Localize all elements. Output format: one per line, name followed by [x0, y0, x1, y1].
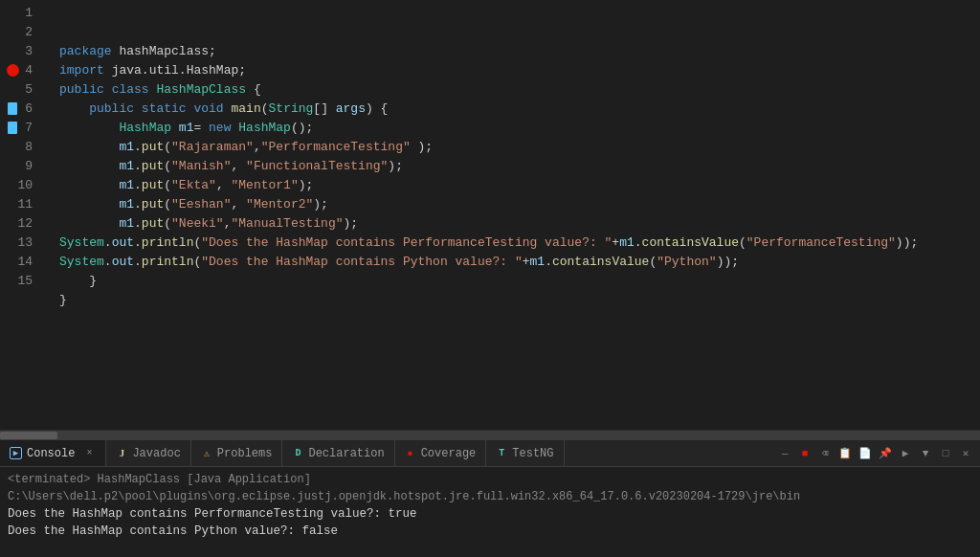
line-number-10: 10	[17, 176, 33, 195]
line-number-8: 8	[25, 138, 33, 157]
line-number-3: 3	[25, 42, 33, 61]
tab-coverage[interactable]: ■Coverage	[395, 440, 487, 466]
code-line-13: }	[59, 272, 980, 291]
line-gutter-1: 1	[6, 4, 42, 23]
javadoc-tab-label: Javadoc	[132, 447, 180, 460]
line-number-4: 4	[25, 61, 33, 80]
breakpoint-icon	[7, 64, 19, 77]
copy-button[interactable]: 📋	[836, 445, 854, 462]
code-line-4: public static void main(String[] args) {	[59, 100, 980, 119]
tab-testng[interactable]: TTestNG	[486, 440, 564, 466]
line-number-11: 11	[17, 195, 33, 214]
declaration-tab-label: Declaration	[308, 447, 384, 460]
bookmark-icon	[8, 122, 17, 134]
line-gutter-9: 9	[6, 157, 42, 176]
line-gutter-12: 12	[6, 214, 42, 234]
line-gutter-15: 15	[6, 272, 42, 291]
console-output-line-1: Does the HashMap contains Python value?:…	[8, 523, 972, 540]
minimize-button[interactable]: —	[776, 445, 793, 462]
line-numbers: 123456789101112131415	[0, 4, 52, 426]
line-gutter-13: 13	[6, 234, 42, 253]
code-line-3: public class HashMapClass {	[59, 80, 980, 100]
horizontal-scrollbar[interactable]	[0, 430, 980, 439]
console-area: <terminated> HashMapClass [Java Applicat…	[0, 466, 980, 557]
line-gutter-8: 8	[6, 138, 42, 157]
code-line-10: m1.put("Neeki","ManualTesting");	[59, 214, 980, 234]
console-tab-bar: ▶Console×JJavadoc⚠ProblemsDDeclaration■C…	[0, 439, 980, 466]
code-line-5: HashMap m1= new HashMap();	[59, 119, 980, 138]
stop-button[interactable]: ■	[796, 445, 813, 462]
testng-tab-icon: T	[496, 448, 507, 459]
line-gutter-2: 2	[6, 23, 42, 42]
code-line-7: m1.put("Manish", "FunctionalTesting");	[59, 157, 980, 176]
console-tab-close[interactable]: ×	[82, 447, 96, 460]
javadoc-tab-icon: J	[116, 448, 127, 459]
code-line-2: import java.util.HashMap;	[59, 61, 980, 80]
line-number-14: 14	[17, 253, 33, 272]
maximize-view-button[interactable]: □	[937, 445, 954, 462]
console-tab-icon: ▶	[10, 447, 22, 459]
line-number-6: 6	[25, 100, 33, 119]
settings-button[interactable]: ▼	[917, 445, 934, 462]
line-number-2: 2	[25, 23, 33, 42]
line-number-12: 12	[17, 214, 33, 234]
tab-declaration[interactable]: DDeclaration	[282, 440, 394, 466]
code-line-11: System.out.println("Does the HashMap con…	[59, 234, 980, 253]
line-number-15: 15	[17, 272, 33, 291]
line-gutter-10: 10	[6, 176, 42, 195]
console-tab-label: Console	[27, 447, 75, 460]
code-container[interactable]: 123456789101112131415 package hashMapcla…	[0, 0, 980, 430]
code-line-1: package hashMapclass;	[59, 42, 980, 61]
line-gutter-7: 7	[6, 119, 42, 138]
line-gutter-11: 11	[6, 195, 42, 214]
scrollbar-thumb[interactable]	[0, 432, 57, 439]
problems-tab-label: Problems	[217, 447, 273, 460]
coverage-tab-label: Coverage	[421, 447, 477, 460]
close-view-button[interactable]: ✕	[957, 445, 974, 462]
console-output: <terminated> HashMapClass [Java Applicat…	[0, 467, 980, 557]
line-number-7: 7	[25, 119, 33, 138]
testng-tab-label: TestNG	[512, 447, 553, 460]
line-number-5: 5	[25, 80, 33, 100]
code-line-8: m1.put("Ekta", "Mentor1");	[59, 176, 980, 195]
terminated-line: <terminated> HashMapClass [Java Applicat…	[8, 471, 972, 505]
pin-button[interactable]: 📌	[877, 445, 894, 462]
line-number-13: 13	[17, 234, 33, 253]
problems-tab-icon: ⚠	[201, 448, 212, 459]
tab-bar-controls: — ■ ⌫ 📋 📄 📌 ▶ ▼ □ ✕	[770, 440, 980, 466]
coverage-tab-icon: ■	[405, 448, 416, 459]
clear-button[interactable]: ⌫	[816, 445, 834, 462]
console-output-line-0: Does the HashMap contains PerformanceTes…	[8, 505, 972, 523]
open-console-button[interactable]: ▶	[897, 445, 914, 462]
tab-problems[interactable]: ⚠Problems	[191, 440, 283, 466]
code-line-14: }	[59, 291, 980, 310]
editor-area: 123456789101112131415 package hashMapcla…	[0, 0, 980, 439]
code-line-9: m1.put("Eeshan", "Mentor2");	[59, 195, 980, 214]
code-lines: package hashMapclass;import java.util.Ha…	[52, 4, 980, 426]
line-gutter-5: 5	[6, 80, 42, 100]
line-number-9: 9	[25, 157, 33, 176]
line-gutter-6: 6	[6, 100, 42, 119]
copy2-button[interactable]: 📄	[857, 445, 874, 462]
line-gutter-14: 14	[6, 253, 42, 272]
line-gutter-4: 4	[6, 61, 42, 80]
tab-javadoc[interactable]: JJavadoc	[106, 440, 190, 466]
declaration-tab-icon: D	[292, 448, 303, 459]
line-number-1: 1	[25, 4, 33, 23]
code-line-12: System.out.println("Does the HashMap con…	[59, 253, 980, 272]
line-gutter-3: 3	[6, 42, 42, 61]
code-line-6: m1.put("Rajaraman","PerformanceTesting" …	[59, 138, 980, 157]
bookmark-icon	[8, 102, 17, 115]
tab-console[interactable]: ▶Console×	[0, 440, 106, 466]
